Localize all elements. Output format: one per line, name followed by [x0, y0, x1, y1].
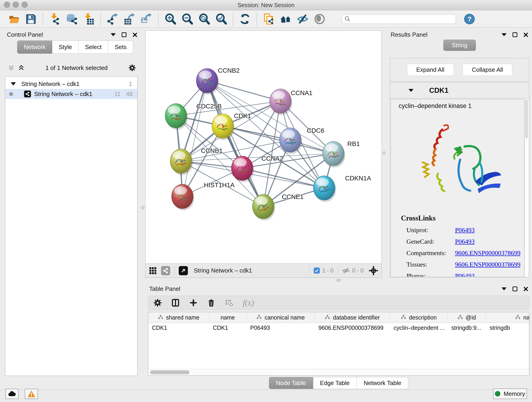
panel-menu-icon[interactable]: [501, 33, 507, 36]
search-field[interactable]: [342, 14, 456, 24]
delete-column-trash-icon[interactable]: [207, 298, 215, 307]
column-header--id[interactable]: @id: [448, 312, 486, 323]
search-input[interactable]: [352, 16, 453, 22]
network-node-CCNA1[interactable]: [270, 89, 292, 115]
panel-float-icon[interactable]: [513, 32, 517, 37]
tab-network-table[interactable]: Network Table: [357, 377, 408, 389]
table-cell[interactable]: stringdb: [486, 323, 529, 332]
new-network-from-selection-button[interactable]: [260, 12, 277, 26]
panel-menu-icon[interactable]: [501, 287, 507, 290]
export-network-button[interactable]: [104, 12, 121, 26]
create-column-plus-icon[interactable]: [189, 298, 198, 307]
tab-style[interactable]: Style: [52, 41, 79, 54]
column-header-canonical-name[interactable]: canonical name: [247, 312, 315, 323]
graphics-details-icon[interactable]: [149, 267, 157, 275]
network-node-HIST1H1A[interactable]: [172, 184, 194, 211]
table-row[interactable]: CDK1CDK1P064939606.ENSP00000378699cyclin…: [148, 323, 529, 332]
table-horizontal-scrollbar[interactable]: [148, 369, 529, 375]
tab-sets[interactable]: Sets: [108, 41, 133, 54]
help-button[interactable]: ?: [464, 14, 475, 24]
first-neighbors-button[interactable]: [277, 12, 294, 26]
network-node-CCNA2[interactable]: [231, 156, 254, 182]
table-scrollbar-thumb[interactable]: [150, 370, 190, 374]
panel-close-icon[interactable]: [523, 32, 528, 37]
results-scrollbar-thumb[interactable]: [525, 99, 528, 138]
crosshair-icon[interactable]: [369, 266, 378, 275]
collapse-all-button[interactable]: Collapse All: [462, 64, 513, 76]
network-node-CCNB2[interactable]: [196, 69, 219, 95]
table-cell[interactable]: 9606.ENSP00000378699: [315, 323, 390, 332]
zoom-fit-button[interactable]: [196, 12, 213, 26]
table-cell[interactable]: CDK1: [148, 323, 209, 332]
import-network-from-file-button[interactable]: [46, 12, 63, 26]
network-options-gear-icon[interactable]: [128, 64, 136, 72]
results-scrollbar[interactable]: [525, 99, 529, 277]
export-table-button[interactable]: [121, 12, 138, 26]
crosslink-link[interactable]: 9606.ENSP00000378699: [455, 249, 520, 257]
memory-button[interactable]: Memory: [493, 389, 527, 399]
tab-edge-table[interactable]: Edge Table: [313, 377, 357, 389]
network-edge[interactable]: [182, 81, 207, 196]
entry-collapse-icon[interactable]: [409, 89, 413, 92]
tab-network[interactable]: Network: [17, 41, 52, 54]
open-session-button[interactable]: [6, 12, 22, 26]
table-cell[interactable]: cyclin–dependent ...: [390, 323, 448, 332]
table-options-gear-icon[interactable]: [153, 298, 162, 307]
network-node-CCNE1[interactable]: [253, 194, 275, 220]
zoom-in-button[interactable]: [162, 12, 179, 26]
network-row[interactable]: String Network – cdk1 11 48: [5, 89, 137, 99]
import-table-from-file-button[interactable]: [80, 12, 97, 26]
show-columns-icon[interactable]: [171, 298, 180, 307]
table-cell[interactable]: CDK1: [209, 323, 247, 332]
hidden-eye-slash-icon[interactable]: [342, 267, 350, 274]
hide-selected-button[interactable]: [294, 12, 311, 26]
function-builder-icon[interactable]: f(x): [243, 298, 254, 307]
apply-preferred-layout-button[interactable]: [236, 12, 253, 26]
network-canvas[interactable]: CCNB2CCNA1CDC25BCDK1CDC6RB1CCNB1CCNA2CDK…: [146, 31, 381, 263]
crosslink-link[interactable]: 9606.ENSP00000378699: [455, 261, 520, 268]
column-header-database-identifier[interactable]: database identifier: [315, 312, 390, 323]
network-node-CCNB1[interactable]: [170, 149, 193, 175]
network-node-RB1[interactable]: [323, 141, 345, 167]
column-header-namespace[interactable]: namespace: [486, 312, 529, 323]
warnings-button[interactable]: [25, 389, 38, 399]
cloud-button[interactable]: [5, 389, 19, 399]
export-view-button[interactable]: [179, 266, 188, 275]
crosslink-link[interactable]: P06493: [455, 226, 475, 234]
horizontal-splitter-handle[interactable]: [336, 279, 341, 282]
table-cell[interactable]: P06493: [247, 323, 315, 332]
zoom-out-button[interactable]: [179, 12, 196, 26]
column-header-shared-name[interactable]: shared name: [148, 312, 209, 323]
import-network-from-database-button[interactable]: [63, 12, 80, 26]
export-image-button[interactable]: [138, 12, 155, 26]
collapse-all-chevron-icon[interactable]: [8, 64, 15, 71]
crosslink-link[interactable]: P06493: [455, 272, 475, 277]
crosslink-link[interactable]: P06493: [455, 238, 475, 245]
selected-indicator-checkbox[interactable]: [314, 268, 320, 274]
birds-eye-view-toggle[interactable]: [161, 266, 170, 275]
network-collection-row[interactable]: String Network – cdk1 1: [5, 79, 137, 89]
panel-float-icon[interactable]: [513, 287, 517, 291]
delete-table-icon[interactable]: [225, 298, 234, 307]
entry-header[interactable]: CDK1: [390, 83, 529, 99]
network-node-CDC25B[interactable]: [165, 104, 188, 130]
panel-close-icon[interactable]: [523, 287, 528, 292]
column-header-name[interactable]: name: [209, 312, 247, 323]
tab-node-table[interactable]: Node Table: [269, 377, 313, 389]
panel-close-icon[interactable]: [133, 32, 138, 37]
tab-string[interactable]: String: [443, 40, 476, 51]
network-node-CDKN1A[interactable]: [313, 176, 336, 202]
tab-select[interactable]: Select: [79, 41, 108, 54]
right-splitter-handle[interactable]: [382, 151, 386, 155]
zoom-selected-button[interactable]: [213, 12, 230, 26]
column-header-description[interactable]: description: [390, 312, 448, 323]
show-all-button[interactable]: [311, 12, 328, 26]
left-splitter-handle[interactable]: [141, 206, 145, 209]
table-cell[interactable]: stringdb:9...: [448, 323, 486, 332]
expand-all-button[interactable]: Expand All: [407, 64, 454, 76]
save-session-button[interactable]: [22, 12, 39, 26]
network-node-CDK1[interactable]: [212, 114, 234, 140]
expand-all-chevron-icon[interactable]: [18, 64, 25, 71]
collection-expand-icon[interactable]: [11, 82, 16, 85]
panel-float-icon[interactable]: [122, 32, 127, 37]
